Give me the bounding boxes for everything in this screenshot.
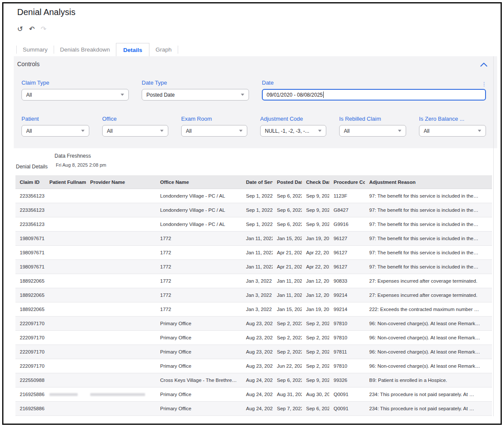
cell-procedure-code: 90833 <box>329 274 365 288</box>
cell-adjustment-reason: 96: Non-covered charge(s). At least one … <box>365 331 492 345</box>
patient-dropdown[interactable]: All <box>21 125 89 137</box>
cell-provider <box>86 373 156 387</box>
cell-office: Londonderry Village - PC / AL <box>156 189 242 203</box>
table-row[interactable]: 1889220651772Jan 3, 2022Jan 11, 2022Jan … <box>15 288 492 302</box>
table-row[interactable]: 222097170Primary OfficeAug 23, 2022Sep 2… <box>15 331 492 345</box>
cell-office: 1772 <box>156 302 242 316</box>
cell-adjustment-reason: 96: Non-covered charge(s). At least one … <box>365 345 492 359</box>
cell-check-date: Sep 9, 2022 <box>302 217 329 231</box>
redo-icon[interactable]: ↷ <box>41 26 46 33</box>
cell-adjustment-reason: 234: This procedure is not paid separate… <box>365 387 492 401</box>
cell-office: 1772 <box>156 260 242 274</box>
cell-procedure-code: 96127 <box>329 260 365 274</box>
filter-date-type: Date Type Posted Date <box>142 79 249 101</box>
filter-exam-room: Exam Room All <box>181 116 247 137</box>
cell-provider <box>86 402 156 415</box>
filter-office: Office All <box>102 116 168 137</box>
tab-summary[interactable]: Summary <box>17 43 54 56</box>
cell-provider <box>86 232 156 245</box>
cell-posted-date: Sep 7, 2022 <box>273 402 302 415</box>
office-dropdown[interactable]: All <box>102 125 168 137</box>
cell-claim-id: 223356123 <box>15 217 45 231</box>
cell-posted-date: Jan 11, 2022 <box>273 288 302 302</box>
tab-details[interactable]: Details <box>116 43 149 56</box>
column-header-claim-id[interactable]: Claim ID <box>15 175 45 189</box>
cell-date-of-service: Jan 3, 2022 <box>242 302 273 316</box>
refresh-icon[interactable]: ↺ <box>17 26 23 33</box>
table-row[interactable]: 223356123Londonderry Village - PC / ALSe… <box>15 189 492 203</box>
is-rebilled-claim-dropdown[interactable]: All <box>339 125 406 137</box>
table-row[interactable]: 222550988Cross Keys Village - The Brethr… <box>15 373 492 387</box>
filter-label: Is Rebilled Claim <box>339 116 406 122</box>
cell-claim-id: 223356123 <box>15 189 45 203</box>
filter-label: Claim Type <box>21 79 129 86</box>
filter-label: Is Zero Balance ... <box>419 116 486 122</box>
table-row[interactable]: 222097170Primary OfficeAug 23, 2022Sep 2… <box>15 345 492 359</box>
column-header-check-date[interactable]: Check Date <box>302 175 329 189</box>
claim-type-dropdown[interactable]: All <box>21 89 129 101</box>
collapse-controls-button[interactable] <box>480 61 488 69</box>
app-window: Denial Analysis ↺ ↶ ↷ Summary Denials Br… <box>2 2 502 425</box>
cell-adjustment-reason: 97: The benefit for this service is incl… <box>365 217 492 231</box>
column-header-posted-date[interactable]: Posted Date <box>273 175 302 189</box>
exam-room-dropdown[interactable]: All <box>181 125 247 137</box>
column-header-procedure-code[interactable]: Procedure Code <box>329 175 365 189</box>
cell-procedure-code: 96127 <box>329 246 365 259</box>
table-row[interactable]: 1980976711772Jan 11, 2022Apr 21, 2022Apr… <box>15 246 492 260</box>
is-zero-balance-dropdown[interactable]: All <box>419 125 486 137</box>
cell-provider <box>86 260 156 274</box>
filter-patient: Patient All <box>21 116 89 137</box>
cell-claim-id: 222097170 <box>15 317 45 330</box>
cell-provider <box>86 302 156 316</box>
cell-claim-id: 198097671 <box>15 232 45 245</box>
cell-provider <box>86 217 156 231</box>
cell-date-of-service: Jan 11, 2022 <box>242 232 273 245</box>
table-row[interactable]: 222097170Primary OfficeAug 23, 2022Jun 2… <box>15 359 492 373</box>
column-header-date-of-service[interactable]: Date of Service <box>242 175 273 189</box>
cell-claim-id: 198097671 <box>15 260 45 274</box>
cell-patient <box>45 189 86 203</box>
table-row[interactable]: 1889220651772Jan 3, 2022Jan 15, 2022Jan … <box>15 302 492 317</box>
table-row[interactable]: 1980976711772Jan 11, 2022Jan 15, 2022Jan… <box>15 232 492 246</box>
cell-date-of-service: Sep 1, 2022 <box>242 217 273 231</box>
cell-adjustment-reason: 234: This procedure is not paid separate… <box>365 402 492 415</box>
filter-label: Patient <box>21 116 89 122</box>
table-row[interactable]: 223356123Londonderry Village - PC / ALSe… <box>15 217 492 232</box>
cell-posted-date: Sep 2, 2022 <box>273 317 302 330</box>
table-row[interactable]: 223356123Londonderry Village - PC / ALSe… <box>15 203 492 217</box>
table-row[interactable]: 1889220651772Jan 3, 2022Jan 11, 2022Jan … <box>15 274 492 288</box>
column-header-provider[interactable]: Provider Name <box>86 175 156 189</box>
column-header-office[interactable]: Office Name <box>156 175 242 189</box>
table-row[interactable]: 216925886Primary OfficeAug 24, 2022Aug 3… <box>15 387 492 402</box>
filter-adjustment-code: Adjustment Code NULL, -1, -2, -3, -... <box>260 116 326 137</box>
cell-adjustment-reason: 97: The benefit for this service is incl… <box>365 203 492 217</box>
cell-patient <box>45 317 86 330</box>
date-type-dropdown[interactable]: Posted Date <box>142 89 249 101</box>
undo-icon[interactable]: ↶ <box>29 26 34 33</box>
column-header-adjustment-reason[interactable]: Adjustment Reason <box>365 175 492 189</box>
cell-adjustment-reason: 27: Expenses incurred after coverage ter… <box>365 274 492 288</box>
cell-provider <box>86 345 156 359</box>
tab-denials-breakdown[interactable]: Denials Breakdown <box>54 43 116 56</box>
text-cursor <box>323 92 324 98</box>
cell-patient <box>45 288 86 302</box>
column-header-patient[interactable]: Patient Fullname <box>45 175 86 189</box>
tab-graph[interactable]: Graph <box>149 43 178 56</box>
table-row[interactable]: 216925886Primary OfficeAug 24, 2022Sep 7… <box>15 402 492 416</box>
cell-procedure-code: 96127 <box>329 232 365 245</box>
date-range-input[interactable]: 09/01/2020 - 08/08/2025 <box>262 89 486 101</box>
chevron-down-icon <box>241 94 244 96</box>
cell-provider <box>86 331 156 345</box>
cell-provider <box>86 246 156 259</box>
filter-is-rebilled-claim: Is Rebilled Claim All <box>339 116 406 137</box>
cell-date-of-service: Aug 23, 2022 <box>242 317 273 330</box>
cell-check-date: Jan 19, 2022 <box>302 302 329 316</box>
table-row[interactable]: 1980976711772Jan 11, 2022Apr 21, 2022Apr… <box>15 260 492 274</box>
cell-patient <box>45 331 86 345</box>
date-filter-menu-icon[interactable]: ⋮ <box>481 81 487 87</box>
table-row[interactable]: 222097170Primary OfficeAug 23, 2022Sep 2… <box>15 317 492 331</box>
filter-claim-type: Claim Type All <box>21 79 129 101</box>
cell-claim-id: 222550988 <box>15 373 45 387</box>
data-freshness-label: Data Freshness <box>55 153 91 159</box>
adjustment-code-dropdown[interactable]: NULL, -1, -2, -3, -... <box>260 125 326 137</box>
